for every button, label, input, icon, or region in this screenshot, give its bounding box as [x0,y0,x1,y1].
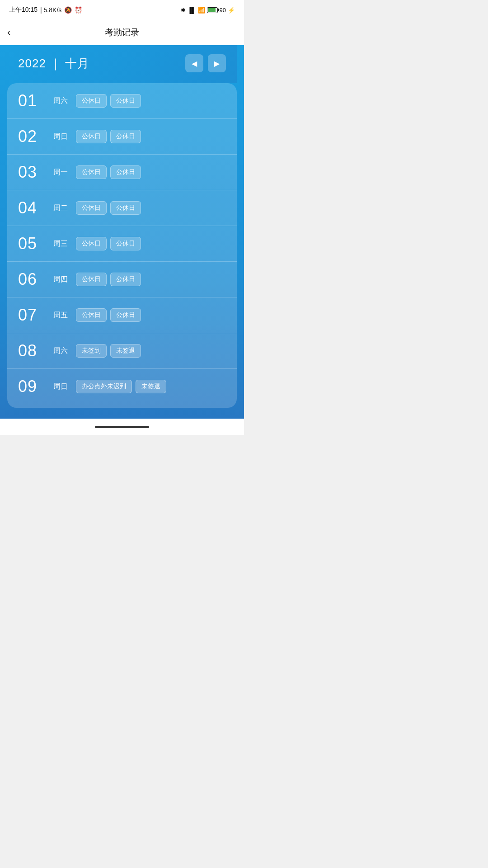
tag-list: 办公点外未迟到未签退 [76,380,166,393]
day-weekday: 周四 [49,275,72,284]
attendance-tag: 未签退 [136,380,166,393]
day-number: 06 [18,270,49,289]
day-weekday: 周六 [49,346,72,356]
calendar-header: 2022 ｜ 十月 ◀ ▶ [7,45,237,83]
attendance-tag: 未签到 [76,344,107,358]
status-left: 上午10:15 | 5.8K/s 🔕 ⏰ [9,6,82,14]
tag-list: 公休日公休日 [76,94,141,108]
battery-icon [207,7,218,13]
attendance-tag: 公休日 [110,201,141,215]
prev-month-button[interactable]: ◀ [185,54,203,72]
day-weekday: 周五 [49,311,72,320]
attendance-tag: 办公点外未迟到 [76,380,132,393]
day-row[interactable]: 07周五公休日公休日 [7,297,237,333]
day-row[interactable]: 04周二公休日公休日 [7,190,237,226]
attendance-tag: 公休日 [110,237,141,250]
day-weekday: 周日 [49,132,72,142]
top-nav: ‹ 考勤记录 [0,20,244,45]
status-right: ✱ ▐▌ 📶 90 ⚡ [181,7,235,14]
attendance-tag: 公休日 [110,130,141,143]
day-weekday: 周日 [49,382,72,392]
day-number: 09 [18,377,49,396]
day-row[interactable]: 01周六公休日公休日 [7,83,237,119]
back-button[interactable]: ‹ [7,28,10,38]
attendance-tag: 公休日 [76,94,107,108]
day-number: 07 [18,306,49,325]
attendance-tag: 公休日 [76,130,107,143]
bluetooth-icon: ✱ [181,7,186,14]
tag-list: 公休日公休日 [76,201,141,215]
day-row[interactable]: 08周六未签到未签退 [7,333,237,369]
day-row[interactable]: 06周四公休日公休日 [7,262,237,297]
day-number: 08 [18,341,49,360]
status-bar: 上午10:15 | 5.8K/s 🔕 ⏰ ✱ ▐▌ 📶 90 ⚡ [0,0,244,20]
battery-percent: 90 [220,7,226,14]
attendance-tag: 公休日 [110,165,141,179]
next-month-button[interactable]: ▶ [208,54,226,72]
bottom-bar [0,419,244,435]
day-weekday: 周一 [49,168,72,177]
day-number: 04 [18,198,49,217]
attendance-tag: 公休日 [110,94,141,108]
alarm-icon: ⏰ [75,6,82,14]
attendance-tag: 公休日 [76,201,107,215]
day-number: 03 [18,163,49,182]
no-sim-icon: 🔕 [64,6,72,14]
day-row[interactable]: 03周一公休日公休日 [7,155,237,190]
tag-list: 未签到未签退 [76,344,141,358]
attendance-tag: 公休日 [110,308,141,322]
tag-list: 公休日公休日 [76,165,141,179]
main-content: 2022 ｜ 十月 ◀ ▶ 01周六公休日公休日02周日公休日公休日03周一公休… [0,45,244,419]
day-number: 05 [18,234,49,253]
attendance-tag: 未签退 [110,344,141,358]
tag-list: 公休日公休日 [76,273,141,286]
attendance-tag: 公休日 [110,273,141,286]
record-card: 01周六公休日公休日02周日公休日公休日03周一公休日公休日04周二公休日公休日… [7,83,237,408]
page-title: 考勤记录 [105,27,139,38]
day-weekday: 周六 [49,96,72,106]
wifi-icon: 📶 [198,7,205,14]
day-weekday: 周三 [49,239,72,249]
attendance-tag: 公休日 [76,273,107,286]
tag-list: 公休日公休日 [76,237,141,250]
day-number: 02 [18,127,49,146]
tag-list: 公休日公休日 [76,130,141,143]
attendance-tag: 公休日 [76,237,107,250]
day-row[interactable]: 02周日公休日公休日 [7,119,237,155]
charging-icon: ⚡ [228,7,235,14]
day-row[interactable]: 09周日办公点外未迟到未签退 [7,369,237,404]
day-row[interactable]: 05周三公休日公休日 [7,226,237,262]
day-weekday: 周二 [49,203,72,213]
network-speed: | 5.8K/s [40,6,61,14]
signal-icon: ▐▌ [188,7,196,14]
home-indicator [95,426,149,428]
day-number: 01 [18,91,49,110]
year-month-label: 2022 ｜ 十月 [18,56,89,71]
calendar-nav: ◀ ▶ [185,54,226,72]
time-display: 上午10:15 [9,6,38,14]
attendance-tag: 公休日 [76,165,107,179]
attendance-tag: 公休日 [76,308,107,322]
tag-list: 公休日公休日 [76,308,141,322]
